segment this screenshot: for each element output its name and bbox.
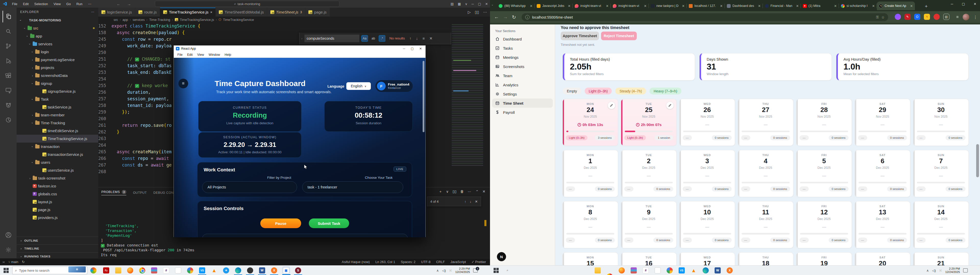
taskbar-app-icon[interactable]: ▣: [283, 267, 289, 273]
taskbar-app-icon[interactable]: #: [163, 267, 169, 273]
tree-item[interactable]: › globals.css: [17, 190, 98, 198]
extension-feather-icon[interactable]: [895, 14, 901, 20]
bookmark-star-icon[interactable]: ☆: [881, 15, 885, 19]
legend-pill[interactable]: Heavy (7–9+h): [649, 88, 681, 95]
tree-item[interactable]: › paymentLogService: [17, 56, 98, 64]
sidebar-item[interactable]: Payroll: [492, 108, 553, 117]
find-prev-icon[interactable]: ↑: [465, 200, 466, 204]
explorer-more-icon[interactable]: ⋯: [91, 10, 95, 14]
taskbar-app-icon[interactable]: [115, 267, 121, 273]
sidebar-item[interactable]: Screenshots: [492, 62, 553, 71]
tree-item[interactable]: › screenshotData: [17, 71, 98, 79]
taskbar-clock[interactable]: 2:29 PM12/24/2025: [455, 267, 470, 274]
calendar-day-cell[interactable]: FRI 12 Dec 2025 — — 0 sessions: [796, 201, 852, 248]
profile-avatar[interactable]: [963, 14, 969, 21]
calendar-day-cell[interactable]: SAT 13 Dec 2025 — — 0 sessions: [855, 201, 910, 248]
find-next-icon[interactable]: ↓: [416, 36, 418, 41]
tree-item[interactable]: › team-member: [17, 111, 98, 119]
taskbar-app-icon[interactable]: [235, 267, 241, 273]
forward-arrow-icon[interactable]: →: [127, 2, 131, 6]
tree-item[interactable]: › task-screenshot: [17, 174, 98, 182]
taskbar-app-icon[interactable]: VS: [199, 267, 205, 273]
language-mode[interactable]: JavaScript: [450, 260, 466, 264]
browser-tab[interactable]: new taskpro | D ✕: [649, 2, 687, 10]
menu-item[interactable]: View: [195, 52, 206, 57]
minimize-button[interactable]: ─: [951, 2, 953, 6]
browser-menu-icon[interactable]: ⋮: [974, 15, 977, 20]
calendar-day-cell[interactable]: THU 4 Dec 2025 — — 0 sessions: [738, 150, 794, 197]
taskbar-app-icon[interactable]: [655, 267, 661, 273]
tree-item[interactable]: › TimeTrackingService.js: [17, 135, 98, 142]
split-terminal-icon[interactable]: ▯▯: [452, 190, 456, 194]
calendar-day-cell[interactable]: THU 18 Dec 2025 — — 0 sessions: [738, 252, 794, 266]
tab-close-icon[interactable]: ✕: [910, 4, 913, 8]
menu-item[interactable]: File: [10, 1, 20, 6]
indentation[interactable]: Spaces: 2: [401, 260, 415, 264]
maximize-button[interactable]: ▢: [962, 2, 965, 6]
menu-item[interactable]: Selection: [32, 1, 50, 6]
taskbar-app-icon[interactable]: VS: [679, 267, 685, 273]
extension-o-icon[interactable]: O: [914, 14, 920, 20]
taskbar-app-icon[interactable]: [151, 267, 157, 273]
calendar-day-cell[interactable]: FRI 5 Dec 2025 — — 0 sessions: [796, 150, 852, 197]
editor-tab[interactable]: route.js: [135, 8, 160, 17]
volume-icon[interactable]: ◁): [932, 269, 936, 272]
tab-close-icon[interactable]: ✕: [530, 4, 533, 8]
sidebar-section[interactable]: ›TIMELINE: [17, 245, 98, 252]
close-button[interactable]: ✕: [485, 2, 488, 6]
sidebar-section[interactable]: ›RUNNING TASKS: [17, 252, 98, 258]
tab-close-icon[interactable]: ✕: [872, 4, 875, 8]
remote-indicator-icon[interactable]: ›‹: [3, 260, 5, 264]
tree-item[interactable]: › providers.js: [17, 213, 98, 221]
taskbar-app-icon[interactable]: [607, 273, 613, 275]
panel-more-icon[interactable]: ⋯: [468, 190, 472, 194]
status-user[interactable]: Asiful Haque (now): [342, 260, 370, 264]
browser-tab[interactable]: insight-team-vi ✕: [611, 2, 649, 10]
legend-pill[interactable]: Steady (4–7h): [615, 88, 646, 95]
taskbar-app-icon[interactable]: [667, 267, 673, 273]
taskbar-app-icon[interactable]: Fz: [103, 267, 109, 273]
copilot-icon[interactable]: [90, 267, 97, 273]
minimap[interactable]: [452, 24, 483, 167]
editor-tab[interactable]: page.js: [305, 8, 330, 17]
tab-close-icon[interactable]: ✕: [720, 4, 723, 8]
scrollbar[interactable]: [423, 61, 425, 132]
find-close-icon[interactable]: ✕: [429, 36, 433, 41]
command-center-search[interactable]: ⌕task-monitoring: [155, 1, 339, 7]
tree-item[interactable]: › timeEditService.js: [17, 127, 98, 135]
menu-item[interactable]: File: [175, 52, 185, 57]
editor-tab[interactable]: TimeSheet.js 3: [267, 8, 305, 17]
menu-item[interactable]: View: [51, 1, 63, 6]
calendar-day-cell[interactable]: SAT 6 Dec 2025 — — 0 sessions: [855, 150, 910, 197]
sidebar-section[interactable]: ›OUTLINE: [17, 237, 98, 245]
split-editor-icon[interactable]: ▯▯: [475, 10, 479, 14]
editor-tab[interactable]: TimeSheetEditModal.js: [216, 8, 267, 17]
calendar-day-cell[interactable]: SAT 29 Nov 2025 — — 0 sessions: [855, 99, 910, 146]
browser-tab[interactable]: Javascript Jobs ✕: [535, 2, 573, 10]
sidebar-item[interactable]: Time Sheet: [492, 98, 553, 108]
tree-item[interactable]: › layout.js: [17, 198, 98, 206]
calendar-day-cell[interactable]: WED 17 Dec 2025 — — 0 sessions: [679, 252, 735, 266]
sidebar-item[interactable]: Team: [492, 71, 553, 80]
start-button[interactable]: [3, 268, 9, 273]
taskbar-app-icon[interactable]: X: [727, 267, 733, 273]
pie-chart-icon[interactable]: [3, 114, 14, 126]
terminal-dropdown-icon[interactable]: ∨: [446, 190, 449, 194]
tab-close-icon[interactable]: ✕: [834, 4, 837, 8]
notification-icon-2[interactable]: [963, 269, 968, 272]
hidden-icons-chevron[interactable]: ∧: [926, 269, 929, 272]
editor-tab[interactable]: loginService.js: [98, 8, 135, 17]
settings-gear-icon[interactable]: [3, 244, 14, 256]
find-next-icon[interactable]: ↓: [470, 200, 472, 204]
calendar-day-cell[interactable]: SUN 14 Dec 2025 — — 0 sessions: [913, 201, 969, 248]
sidebar-item[interactable]: Meetings: [492, 53, 553, 62]
password-key-icon[interactable]: ⚿: [876, 15, 879, 19]
network-icon[interactable]: ⁙: [939, 269, 942, 272]
nextjs-dev-button[interactable]: N: [497, 252, 506, 261]
legend-pill[interactable]: Empty: [563, 88, 581, 95]
taskbar-app-icon[interactable]: [619, 267, 625, 273]
taskbar-app-icon[interactable]: [595, 267, 601, 273]
calendar-day-cell[interactable]: WED 26 Nov 2025 — — 0 sessions: [679, 99, 735, 146]
hidden-icons-chevron[interactable]: ∧: [436, 269, 439, 272]
taskbar-app-icon[interactable]: X: [271, 267, 277, 273]
